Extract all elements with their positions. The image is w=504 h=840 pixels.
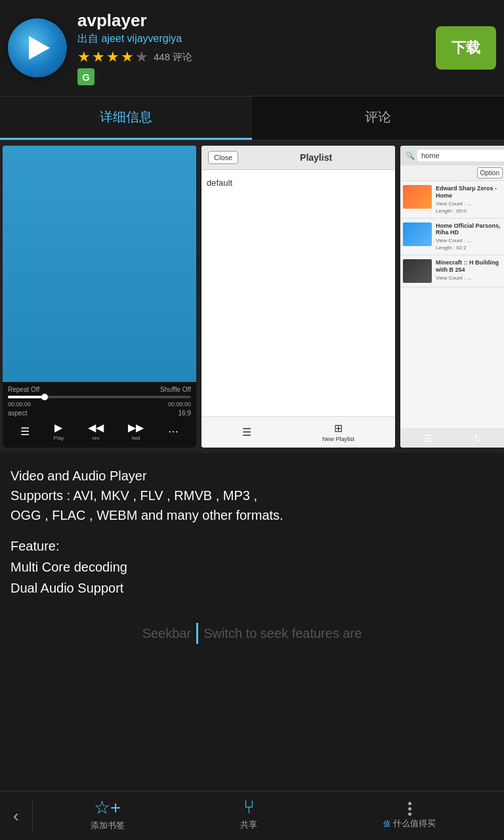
app-title: avplayer	[77, 10, 425, 31]
search-results: Edward Sharp Zeros - Home View Count : .…	[400, 181, 504, 429]
result-info-2: Home Official Parsons, Riha HD View Coun…	[436, 222, 503, 251]
play-button[interactable]: ▶ Play	[54, 421, 64, 441]
star-1: ★	[77, 49, 91, 66]
play-icon	[29, 36, 50, 60]
menu-button[interactable]: ☰	[20, 425, 30, 438]
playback-buttons: ☰ ▶ Play ◀◀ rev ▶▶ fwd ⋯	[8, 419, 191, 444]
stars: ★ ★ ★ ★ ★	[77, 49, 148, 66]
tab-details[interactable]: 详细信息	[0, 96, 252, 140]
forward-button[interactable]: ▶▶ fwd	[128, 421, 144, 441]
desc-line1: Video and Audio Player Supports : AVI, M…	[10, 466, 494, 525]
back-button[interactable]: ‹	[0, 801, 33, 831]
forward-icon: ▶▶	[128, 421, 144, 434]
ss3-reload-icon: ↻	[474, 433, 482, 444]
result-info-1: Edward Sharp Zeros - Home View Count : .…	[436, 185, 503, 214]
result-length-2: Length : 02:2	[436, 245, 503, 251]
content-rating-badge: G	[77, 68, 94, 85]
playlist-menu-icon: ☰	[242, 426, 251, 438]
feature-multicore: Multi Core decoding	[10, 556, 494, 578]
app-rating: ★ ★ ★ ★ ★ 448 评论	[77, 49, 425, 66]
result-viewcount-2: View Count : ...	[436, 238, 503, 243]
result-info-3: Minecraft :: H Building with B 254 View …	[436, 259, 503, 283]
search-result-2[interactable]: Home Official Parsons, Riha HD View Coun…	[400, 219, 504, 256]
search-footer: ☰ ↻	[400, 429, 504, 448]
progress-bar[interactable]	[8, 396, 191, 398]
feature-heading: Feature:	[10, 536, 494, 556]
more-options-button[interactable]: ⋯	[168, 425, 178, 438]
teaser-text-right: Switch to seek features are	[203, 626, 362, 641]
nav-more[interactable]: 值 什么值得买	[373, 797, 446, 835]
share-label: 共享	[240, 819, 257, 831]
more-dot-1	[408, 802, 411, 805]
time-labels: 00:00:00 00:00:00	[8, 401, 191, 408]
bottom-teaser: Seekbar Switch to seek features are	[0, 612, 504, 654]
more-label: 值 什么值得买	[383, 818, 436, 830]
player-background	[3, 146, 196, 382]
playlist-header: Close Playlist	[201, 146, 395, 170]
play-label: Play	[54, 435, 64, 441]
nav-share[interactable]: ⑂ 共享	[240, 797, 257, 835]
more-icon: ⋯	[168, 425, 178, 438]
aspect-row: aspect 16:9	[8, 410, 191, 417]
star-5: ★	[135, 49, 148, 66]
nav-bookmark[interactable]: ☆+ 添加书签	[91, 797, 125, 835]
star-4: ★	[121, 49, 134, 66]
playlist-footer: ☰ ⊞ New Playlist	[201, 416, 395, 448]
playlist-menu-button[interactable]: ☰	[242, 426, 251, 438]
app-icon	[8, 18, 67, 77]
bottom-navigation: ‹ ☆+ 添加书签 ⑂ 共享 值 什么值得买	[0, 791, 504, 840]
result-title-1: Edward Sharp Zeros - Home	[436, 185, 503, 200]
search-icon: 🔍	[406, 152, 415, 160]
search-result-1[interactable]: Edward Sharp Zeros - Home View Count : .…	[400, 181, 504, 219]
shuffle-status: Shuffle Off	[160, 386, 191, 393]
search-input[interactable]	[417, 150, 504, 161]
teaser-divider	[196, 623, 198, 644]
rewind-icon: ◀◀	[88, 421, 104, 434]
time-total: 00:00:00	[168, 401, 191, 408]
more-dot-2	[408, 807, 411, 810]
player-status-row: Repeat Off Shuffle Off	[8, 386, 191, 393]
bookmark-label: 添加书签	[91, 820, 125, 831]
screenshot-playlist[interactable]: Close Playlist default ☰ ⊞ New Playlist	[201, 146, 395, 448]
time-current: 00:00:00	[8, 401, 31, 408]
feature-dual-audio: Dual Audio Support	[10, 578, 494, 598]
aspect-value: 16:9	[178, 410, 191, 417]
result-thumb-1	[403, 185, 432, 209]
result-viewcount-3: View Count : ...	[436, 275, 503, 281]
rating-count: 448 评论	[154, 51, 192, 64]
screenshot-search[interactable]: 🔍 Option Edward Sharp Zeros - Home View …	[400, 146, 504, 448]
result-viewcount-1: View Count : ...	[436, 201, 503, 207]
search-bar: 🔍	[400, 146, 504, 165]
screenshots-row: Repeat Off Shuffle Off 00:00:00 00:00:00…	[0, 140, 504, 453]
tab-bar: 详细信息 评论	[0, 96, 504, 140]
share-icon: ⑂	[243, 797, 255, 818]
repeat-status: Repeat Off	[8, 386, 39, 393]
search-result-3[interactable]: Minecraft :: H Building with B 254 View …	[400, 255, 504, 287]
progress-thumb	[41, 394, 48, 400]
close-playlist-button[interactable]: Close	[208, 151, 238, 164]
play-icon-ctrl: ▶	[54, 421, 62, 434]
option-button[interactable]: Option	[477, 167, 503, 178]
app-description: Video and Audio Player Supports : AVI, M…	[0, 453, 504, 612]
rev-label: rev	[93, 435, 100, 441]
rewind-button[interactable]: ◀◀ rev	[88, 421, 104, 441]
app-header: avplayer 出自 ajeet vijayvergiya ★ ★ ★ ★ ★…	[0, 0, 504, 96]
new-playlist-label: New Playlist	[322, 436, 354, 442]
bookmark-icon: ☆+	[94, 797, 121, 818]
nav-items: ☆+ 添加书签 ⑂ 共享 值 什么值得买	[33, 797, 504, 835]
result-thumb-2	[403, 222, 432, 246]
playlist-item-default[interactable]: default	[207, 175, 390, 190]
download-button[interactable]: 下载	[436, 26, 496, 70]
more-dot-3	[408, 812, 411, 816]
tab-reviews[interactable]: 评论	[252, 96, 504, 140]
screenshot-player[interactable]: Repeat Off Shuffle Off 00:00:00 00:00:00…	[3, 146, 196, 448]
result-title-3: Minecraft :: H Building with B 254	[436, 259, 503, 274]
star-3: ★	[106, 49, 119, 66]
fwd-label: fwd	[132, 435, 140, 441]
playlist-body: default	[201, 170, 395, 416]
ss3-menu-icon: ☰	[424, 433, 432, 444]
result-title-2: Home Official Parsons, Riha HD	[436, 222, 503, 237]
result-thumb-3	[403, 259, 432, 283]
app-author: 出自 ajeet vijayvergiya	[77, 32, 425, 46]
new-playlist-button[interactable]: ⊞ New Playlist	[322, 422, 354, 442]
